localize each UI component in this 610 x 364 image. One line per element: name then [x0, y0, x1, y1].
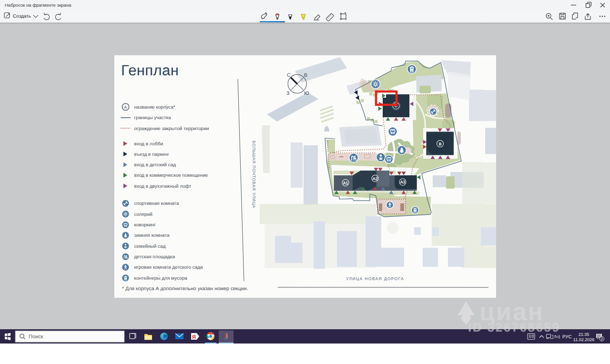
svg-text:контейнеры для мусора: контейнеры для мусора	[134, 276, 187, 281]
svg-text:Генплан: Генплан	[121, 62, 179, 79]
svg-text:солярий: солярий	[134, 212, 152, 217]
svg-text:A: A	[124, 105, 127, 110]
svg-text:Ю: Ю	[304, 91, 309, 96]
svg-text:вход в коммерческое помещение: вход в коммерческое помещение	[134, 173, 208, 178]
svg-text:вход в двухэтажный лофт: вход в двухэтажный лофт	[134, 184, 191, 189]
svg-text:Создать: Создать	[13, 14, 31, 19]
svg-text:название корпуса*: название корпуса*	[134, 105, 175, 110]
svg-text:зимняя комната: зимняя комната	[134, 233, 169, 238]
svg-text:УЛИЦА НОВАЯ ДОРОГА: УЛИЦА НОВАЯ ДОРОГА	[346, 276, 404, 281]
svg-text:В: В	[304, 72, 307, 78]
svg-text:вход в лобби: вход в лобби	[134, 142, 163, 147]
svg-text:A1: A1	[343, 181, 348, 185]
svg-text:З: З	[286, 91, 289, 96]
svg-text:границы участка: границы участка	[134, 115, 172, 121]
svg-text:БОЛЬШАЯ ПОЧТОВАЯ УЛИЦА: БОЛЬШАЯ ПОЧТОВАЯ УЛИЦА	[252, 141, 256, 208]
svg-text:ID 326768659: ID 326768659	[468, 320, 560, 334]
svg-text:коворкинг: коворкинг	[134, 222, 156, 228]
svg-text:семейный сад: семейный сад	[134, 244, 165, 249]
svg-text:вход в детский сад: вход в детский сад	[134, 162, 176, 168]
svg-text:A2: A2	[373, 176, 378, 181]
svg-text:спортивная комната: спортивная комната	[134, 201, 179, 206]
svg-text:B: B	[439, 142, 442, 146]
svg-text:Я: Я	[192, 334, 196, 340]
svg-text:С: С	[287, 72, 291, 78]
svg-text:Поиск: Поиск	[29, 334, 43, 340]
svg-text:детская площадка: детская площадка	[134, 254, 175, 260]
svg-text:ограждение закрытой территории: ограждение закрытой территории	[134, 126, 209, 131]
svg-text:въезд в паркинг: въезд в паркинг	[134, 152, 170, 157]
svg-text:игровая комната детского сада: игровая комната детского сада	[134, 265, 203, 270]
svg-text:A3: A3	[400, 180, 406, 184]
svg-text:* Для корпуса А дополнительно: * Для корпуса А дополнительно указан ном…	[122, 286, 248, 292]
